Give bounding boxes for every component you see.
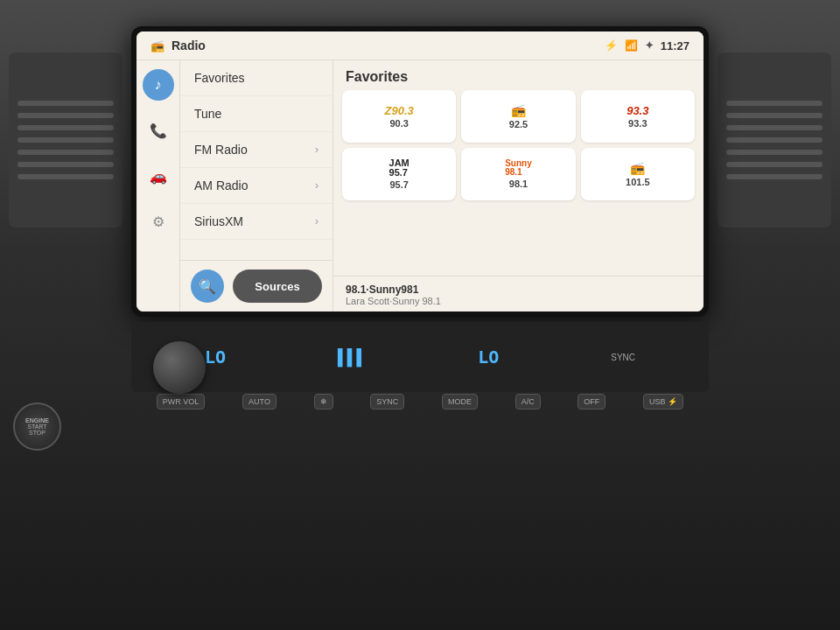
engine-start-stop-button[interactable]: ENGINE START STOP [13,402,61,451]
btn-sync[interactable]: SYNC [370,394,404,410]
menu-item-tune[interactable]: Tune [180,96,332,132]
radio-tile-icon-1015: 📻 [630,161,645,175]
btn-usb[interactable]: USB ⚡ [643,394,683,410]
menu-item-favorites[interactable]: Favorites [180,60,332,96]
radio-icon: 📻 [150,39,164,52]
clock: 11:27 [661,39,690,52]
menu-favorites-label: Favorites [194,71,245,85]
search-button[interactable]: 🔍 [191,270,224,303]
favorites-grid: Z90.3 90.3 📻 92.5 93.3 93.3 [333,90,704,200]
btn-fan[interactable]: ❄ [314,394,333,410]
favorites-title: Favorites [333,60,704,90]
freq-957: 95.7 [389,179,408,190]
fav-tile-sunny981[interactable]: Sunny98.1 98.1 [461,148,575,200]
display-right: LO [478,346,499,368]
right-panel: Favorites Z90.3 90.3 📻 92.5 [333,60,704,312]
freq-981: 98.1 [509,178,528,189]
sync-label: SYNC [611,353,635,362]
infotainment-screen: 📻 Radio ⚡ 📶 ✦ 11:27 ♪ 📞 🚗 ⚙ [136,32,704,312]
sidebar-icon-phone[interactable]: 📞 [143,115,174,146]
signal-icon: 📶 [625,39,638,52]
now-playing-subtitle: Lara Scott·Sunny 98.1 [346,296,691,306]
menu-sirius-label: SiriusXM [194,214,243,228]
fav-tile-1015[interactable]: 📻 101.5 [581,148,695,200]
sidebar-icon-settings[interactable]: ⚙ [143,206,174,237]
sources-button[interactable]: Sources [233,270,322,303]
btn-ac[interactable]: A/C [515,394,541,410]
engine-line2: START [27,424,46,430]
menu-fm-label: FM Radio [194,143,248,157]
menu-tune-label: Tune [194,107,221,121]
wifi-icon: ⚡ [605,39,618,52]
left-panel-bottom: 🔍 Sources [180,260,332,312]
z903-freq: 90.3 [389,118,408,129]
right-vent [718,52,831,228]
menu-am-label: AM Radio [194,178,248,192]
menu-item-siriusxm[interactable]: SiriusXM › [180,204,332,240]
jam-logo: JAM95.7 [389,158,410,178]
fav-tile-933[interactable]: 93.3 93.3 [581,90,695,143]
btn-mode[interactable]: MODE [442,394,478,410]
top-bar-right: ⚡ 📶 ✦ 11:27 [605,39,690,52]
933-logo: 93.3 [626,105,648,116]
sunny-logo: Sunny98.1 [505,159,532,177]
fav-tile-z903[interactable]: Z90.3 90.3 [342,90,456,143]
left-panel: Favorites Tune FM Radio › AM Radio › Sir [180,60,333,312]
now-playing-title: 98.1·Sunny981 [346,284,691,296]
controls-bar: LO ▌▌▌ LO SYNC [131,322,709,392]
btn-off[interactable]: OFF [578,394,606,410]
sidebar-icon-car[interactable]: 🚗 [143,160,174,192]
now-playing-bar: 98.1·Sunny981 Lara Scott·Sunny 98.1 [333,276,704,312]
menu-item-fm-radio[interactable]: FM Radio › [180,132,332,168]
btn-pwr-vol[interactable]: PWR VOL [157,394,206,410]
volume-knob-area [153,341,206,394]
display-left: LO [205,346,226,368]
screen-container: 📻 Radio ⚡ 📶 ✦ 11:27 ♪ 📞 🚗 ⚙ [131,26,709,317]
bluetooth-icon: ✦ [645,39,654,52]
radio-tile-icon-925: 📻 [511,103,526,117]
top-bar-left: 📻 Radio [150,38,206,52]
bottom-controls-row: PWR VOL AUTO ❄ SYNC MODE A/C OFF USB ⚡ [140,394,700,410]
fav-tile-jam957[interactable]: JAM95.7 95.7 [342,148,456,200]
main-content: ♪ 📞 🚗 ⚙ Favorites Tune FM Radio › [136,60,704,312]
am-chevron-icon: › [315,179,318,192]
engine-line3: STOP [29,430,46,436]
left-vent [9,52,122,228]
engine-line1: ENGINE [25,417,49,424]
fm-chevron-icon: › [315,144,318,156]
signal-bars: ▌▌▌ [338,348,367,367]
btn-auto[interactable]: AUTO [242,394,276,410]
volume-knob[interactable] [153,341,206,394]
menu-item-am-radio[interactable]: AM Radio › [180,168,332,204]
fav-tile-925[interactable]: 📻 92.5 [461,90,575,143]
sidebar-icon-music[interactable]: ♪ [143,69,174,101]
z903-logo: Z90.3 [385,105,414,116]
freq-933: 93.3 [628,118,647,129]
dashboard: ▲ 📻 Radio ⚡ 📶 ✦ 11:27 ♪ [0,0,840,630]
freq-1015: 101.5 [626,177,650,187]
top-bar: 📻 Radio ⚡ 📶 ✦ 11:27 [136,32,704,60]
freq-925: 92.5 [509,119,528,130]
sirius-chevron-icon: › [315,215,318,228]
screen-title: Radio [172,38,206,52]
sidebar-icons: ♪ 📞 🚗 ⚙ [136,60,180,312]
